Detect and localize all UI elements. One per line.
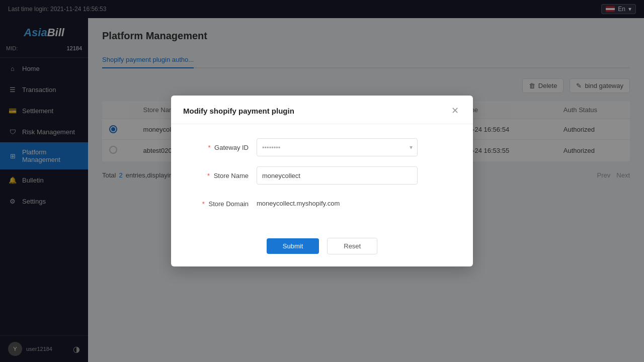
store-domain-value: moneycollect.myshopify.com xyxy=(257,195,340,213)
form-row-store-name: * Store Name xyxy=(191,166,453,185)
gateway-id-label: * Gateway ID xyxy=(191,144,257,151)
modal-footer: Submit Reset xyxy=(171,233,473,266)
gateway-id-select[interactable]: •••••••• xyxy=(257,138,418,156)
reset-button[interactable]: Reset xyxy=(327,238,377,254)
required-mark: * xyxy=(208,144,210,151)
submit-button[interactable]: Submit xyxy=(267,238,319,254)
modal-title: Modify shopify payment plugin xyxy=(183,107,294,115)
required-mark-3: * xyxy=(202,200,205,208)
store-domain-label: * Store Domain xyxy=(191,200,257,208)
form-row-gateway-id: * Gateway ID •••••••• ▾ xyxy=(191,138,453,156)
modal: Modify shopify payment plugin ✕ * Gatewa… xyxy=(171,96,473,266)
modal-body: * Gateway ID •••••••• ▾ * Store Name xyxy=(171,124,473,233)
store-name-input[interactable] xyxy=(257,166,418,185)
modal-close-button[interactable]: ✕ xyxy=(449,105,461,117)
store-name-label: * Store Name xyxy=(191,172,257,179)
form-row-store-domain: * Store Domain moneycollect.myshopify.co… xyxy=(191,195,453,213)
modal-header: Modify shopify payment plugin ✕ xyxy=(171,96,473,124)
modal-overlay[interactable]: Modify shopify payment plugin ✕ * Gatewa… xyxy=(0,0,644,362)
required-mark-2: * xyxy=(207,172,210,179)
gateway-id-select-wrapper: •••••••• ▾ xyxy=(257,138,418,156)
